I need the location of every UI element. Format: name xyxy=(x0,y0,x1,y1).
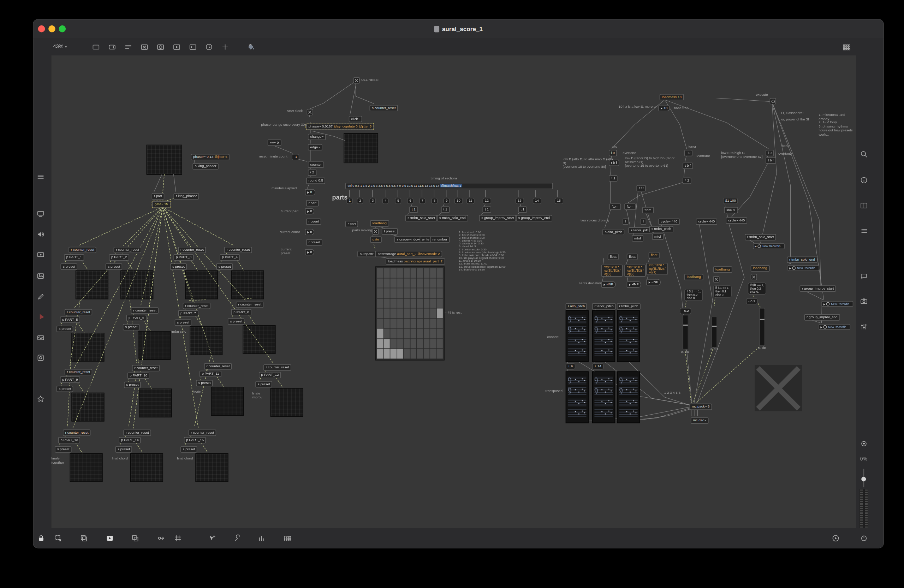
part-note-comment[interactable]: final chord xyxy=(177,457,193,460)
comment[interactable]: parts xyxy=(332,195,348,199)
grid-cell[interactable] xyxy=(417,349,423,359)
object-box[interactable]: t f f xyxy=(636,185,646,191)
part-number-message[interactable]: 10 xyxy=(455,198,463,204)
grid-cell[interactable] xyxy=(404,329,409,338)
send-box[interactable]: s preset xyxy=(55,446,72,453)
comment[interactable]: execute xyxy=(756,93,768,97)
comment[interactable]: overtone xyxy=(778,152,792,155)
grid-cell[interactable] xyxy=(410,319,416,328)
paint-bucket-icon[interactable] xyxy=(246,43,254,51)
record-widget[interactable]: ▶New Recordin... xyxy=(787,265,819,271)
part-subpatch[interactable]: p PART_10 xyxy=(128,373,150,379)
grid-cell[interactable] xyxy=(437,278,443,288)
mixer-icon[interactable] xyxy=(860,322,868,331)
object-box[interactable]: float xyxy=(608,254,619,260)
notation-view[interactable] xyxy=(592,371,615,423)
receive-box[interactable]: r counter_reset xyxy=(178,247,206,253)
object-box[interactable]: click~ xyxy=(349,116,362,122)
grid-cell[interactable] xyxy=(377,288,383,298)
grid-cell[interactable] xyxy=(390,349,396,359)
storage-grid[interactable] xyxy=(375,266,444,360)
receive-box[interactable]: r counter_reset xyxy=(204,364,232,370)
receive-box[interactable]: r counter_reset xyxy=(65,369,93,375)
grid-cell[interactable] xyxy=(430,329,436,338)
comment[interactable]: minutes elapsed xyxy=(272,186,297,190)
message-box-icon[interactable] xyxy=(108,43,116,51)
playbar-icon[interactable] xyxy=(172,43,181,51)
grid-cell[interactable] xyxy=(377,299,383,308)
comment[interactable]: 0. dB xyxy=(681,350,689,354)
object-box[interactable]: s group_improv_end xyxy=(516,215,552,221)
grid-cell[interactable] xyxy=(410,329,416,338)
receive-box[interactable]: r counter_reset xyxy=(68,247,96,253)
comment[interactable]: figure out how presets work... xyxy=(819,128,854,136)
object-box[interactable]: ftom xyxy=(642,207,654,213)
pencil-icon[interactable] xyxy=(36,292,45,301)
part-subpatch[interactable]: p PART_11 xyxy=(199,371,221,377)
part-number-message[interactable]: 1 xyxy=(346,198,353,204)
object-box[interactable]: ==~ 0 xyxy=(268,139,281,146)
object-box[interactable]: gate~ 15 xyxy=(152,201,170,208)
comment[interactable]: 1. microtonal and droney 2. 1-IV folky 3… xyxy=(819,113,854,128)
object-box[interactable]: r preset xyxy=(306,239,322,246)
snapshot-camera-icon[interactable] xyxy=(860,297,868,305)
grid-cell[interactable] xyxy=(437,339,443,348)
note-icon[interactable] xyxy=(79,534,88,542)
object-box[interactable]: storagewindow xyxy=(394,236,422,243)
snapshots-icon[interactable] xyxy=(36,272,45,280)
object-box[interactable]: r tmbn_pitch xyxy=(617,303,640,310)
grid-cell[interactable] xyxy=(430,319,436,328)
part-number-message[interactable]: 15 xyxy=(555,198,563,204)
object-box[interactable]: gate xyxy=(370,236,381,243)
object-box[interactable]: float xyxy=(649,252,660,258)
send-box[interactable]: s preset xyxy=(216,264,233,270)
message-box[interactable]: if $i1 == 1, then 0.2 else 0. xyxy=(713,285,732,298)
receive-box[interactable]: r counter_reset xyxy=(236,302,264,308)
wrench-icon[interactable] xyxy=(233,534,242,542)
grid-cell[interactable] xyxy=(404,308,409,318)
grid-cell[interactable] xyxy=(377,329,383,338)
grid-cell[interactable] xyxy=(437,319,443,328)
part-subpatch[interactable]: p PART_8 xyxy=(231,309,251,315)
comment[interactable]: start clock xyxy=(287,109,303,113)
object-box[interactable]: change~ xyxy=(308,134,326,140)
part-subpatch[interactable]: p PART_14 xyxy=(119,437,141,444)
grid-cell[interactable] xyxy=(410,339,416,348)
grid-cell[interactable] xyxy=(437,288,443,298)
message-box[interactable]: if $i1 == 1, then 0.2 else 0. xyxy=(684,289,703,301)
grid-cell[interactable] xyxy=(424,339,429,348)
comment[interactable]: base freq xyxy=(674,106,689,110)
receive-box[interactable]: r counter_reset xyxy=(131,307,159,314)
comment[interactable]: low B (alto D) to altissimo D (alto B) [… xyxy=(563,158,613,169)
object-box[interactable]: mc.pack~ 6 xyxy=(690,404,712,410)
grid-cell[interactable] xyxy=(390,278,396,288)
grid-cell[interactable] xyxy=(397,299,403,308)
comment[interactable]: current part xyxy=(281,209,299,213)
grid-cell[interactable] xyxy=(390,319,396,328)
object-box[interactable]: edge~ xyxy=(308,144,322,150)
grid-cell[interactable] xyxy=(390,299,396,308)
comment[interactable]: O, Cassandra! xyxy=(781,111,803,115)
object-box[interactable]: ftom xyxy=(624,204,635,210)
list-icon[interactable] xyxy=(860,227,868,235)
object-box[interactable]: s counter_reset xyxy=(370,105,398,111)
object-box[interactable]: expr 1200 * log($f1/$f2) / log(2) xyxy=(646,263,668,275)
comment[interactable]: tenor xyxy=(688,145,696,149)
favorites-star-icon[interactable] xyxy=(36,395,45,403)
part-subpatch[interactable]: p PART_13 xyxy=(58,437,81,444)
grid-cell[interactable] xyxy=(397,268,403,278)
object-box[interactable]: * 2 xyxy=(683,178,691,184)
object-box[interactable]: expr 1200 * log($f1/$f2) / log(2) xyxy=(601,264,623,277)
zoom-level-dropdown[interactable]: 43% ▾ xyxy=(53,43,67,49)
object-box[interactable]: r group_improv_end xyxy=(804,314,840,321)
part-number-message[interactable]: 12 xyxy=(483,198,491,204)
receive-box[interactable]: r counter_reset xyxy=(188,430,217,436)
object-box[interactable]: loadbang xyxy=(713,266,732,273)
object-box[interactable]: i 0 xyxy=(766,150,774,156)
send-box[interactable]: s preset xyxy=(255,381,272,387)
send-box[interactable]: s preset xyxy=(115,446,133,453)
part-subpatch[interactable]: p PART_7 xyxy=(178,310,198,316)
part-number-message[interactable]: 5 xyxy=(395,198,401,204)
object-box[interactable]: s king_phasor xyxy=(193,163,218,169)
select-icon[interactable] xyxy=(54,534,63,542)
